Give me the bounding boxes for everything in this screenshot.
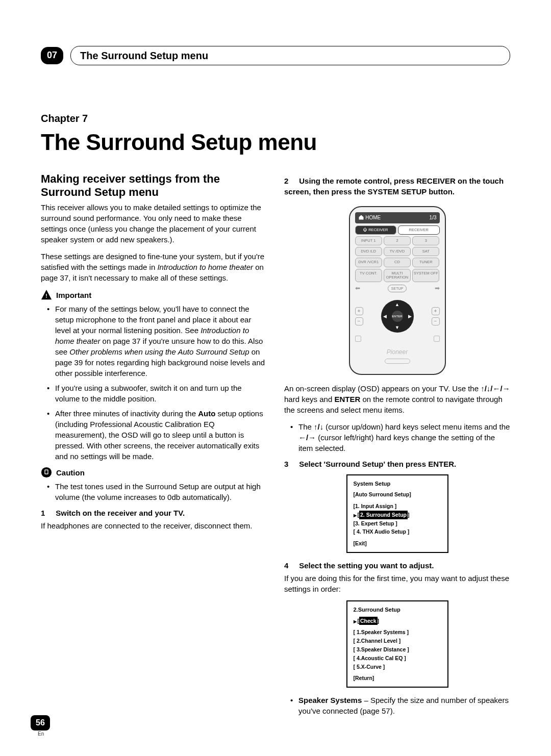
osd-line: [ 4.Acoustic Cal EQ ] <box>354 654 441 663</box>
svg-rect-4 <box>45 470 48 473</box>
multi-button: MULTI OPERATION <box>384 269 411 283</box>
prev-arrow-icon: ⬅ <box>355 284 360 293</box>
list-item: Speaker Systems – Specify the size and n… <box>293 695 510 716</box>
caution-icon <box>41 467 52 478</box>
sysoff-button: SYSTEM OFF <box>412 269 439 283</box>
page-lang: En <box>38 730 44 738</box>
down-arrow-icon: ▼ <box>395 324 399 331</box>
osd-line: [ 5.X-Curve ] <box>354 663 441 671</box>
dvd-button: DVD /LD <box>355 247 382 256</box>
step-text: Select 'Surround Setup' then press ENTER… <box>299 460 456 468</box>
text: After three minutes of inactivity during… <box>55 409 198 418</box>
next-arrow-icon: ➡ <box>435 284 440 293</box>
important-callout: ! Important <box>41 289 267 300</box>
right-column: 2 Using the remote control, press RECEIV… <box>284 172 510 722</box>
caution-callout: Caution <box>41 467 267 478</box>
osd-line: [Exit] <box>354 539 441 548</box>
step-number: 1 <box>41 509 45 517</box>
osd-line: [ 3.Speaker Distance ] <box>354 645 441 654</box>
input1-button: INPUT 1 <box>355 236 382 245</box>
vol-left: + − <box>355 307 363 325</box>
page-header: 07 The Surround Setup menu <box>41 46 510 65</box>
osd-line: [ 4. THX Audio Setup ] <box>354 527 441 536</box>
tvcont-button: TV CONT. <box>355 269 382 283</box>
cd-button: CD <box>384 258 411 267</box>
step-3: 3 Select 'Surround Setup' then press ENT… <box>284 459 510 469</box>
step-text: Switch on the receiver and your TV. <box>56 509 185 517</box>
important-icon: ! <box>41 289 52 300</box>
brand-label: Pioneer <box>355 348 440 357</box>
step-1: 1 Switch on the receiver and your TV. <box>41 508 267 518</box>
minus-icon: − <box>432 317 440 325</box>
section-heading: Making receiver settings from the Surrou… <box>41 172 267 199</box>
paragraph: An on-screen display (OSD) appears on yo… <box>284 383 510 415</box>
bold-text: Speaker Systems <box>298 696 362 704</box>
bold-text: ENTER <box>334 395 360 404</box>
page-indicator: 1/3 <box>430 214 437 221</box>
step-number: 4 <box>284 561 288 570</box>
text: hard keys and <box>284 395 334 404</box>
step-number: 2 <box>284 177 288 185</box>
header-title: The Surround Setup menu <box>70 46 510 65</box>
list-item: If you're using a subwoofer, switch it o… <box>50 383 267 404</box>
text: (cursor up/down) hard keys select menu i… <box>323 422 510 431</box>
text: (cursor left/right) hard keys change the… <box>298 433 495 452</box>
osd-line: [3. Expert Setup ] <box>354 519 441 528</box>
text: The <box>298 422 314 431</box>
arrow-glyphs: ↑/↓ <box>314 422 323 431</box>
receiver-button: ⏻ RECEIVER <box>355 225 397 235</box>
step-4: 4 Select the setting you want to adjust. <box>284 560 510 571</box>
italic-text: Other problems when using the Auto Surro… <box>69 347 249 356</box>
list-item: For many of the settings below, you'll h… <box>50 304 267 379</box>
plus-icon: + <box>355 307 363 315</box>
minus-icon: − <box>355 317 363 325</box>
osd-line-selected: [2. Surround Setup] <box>354 511 441 519</box>
list-item: The test tones used in the Surround Setu… <box>50 481 267 502</box>
osd-line: [ 2.Channel Level ] <box>354 637 441 645</box>
paragraph: These settings are designed to fine-tune… <box>41 251 267 283</box>
tuner-button: TUNER <box>412 258 439 267</box>
left-column: Making receiver settings from the Surrou… <box>41 172 267 722</box>
small-button <box>434 336 440 342</box>
bold-text: Auto <box>198 409 215 418</box>
osd-system-setup: System Setup [Auto Surround Setup] [1. I… <box>346 474 448 553</box>
svg-text:!: ! <box>45 293 47 299</box>
receiver-pill <box>385 359 410 364</box>
tail-bullet-list: Speaker Systems – Specify the size and n… <box>284 695 510 716</box>
receiver-off-button: RECEIVER <box>398 225 440 235</box>
home-icon <box>358 215 364 220</box>
right-arrow-icon: ▶ <box>408 313 412 320</box>
arrow-glyphs: ↑/↓/←/→ <box>481 384 510 393</box>
osd-line: [1. Input Assign ] <box>354 502 441 511</box>
important-label: Important <box>56 290 91 300</box>
paragraph: If you are doing this for the first time… <box>284 573 510 594</box>
left-arrow-icon: ◀ <box>383 313 387 320</box>
sat-button: SAT <box>412 247 439 256</box>
step-2: 2 Using the remote control, press RECEIV… <box>284 175 510 197</box>
osd-title: System Setup <box>354 480 441 489</box>
step-number: 3 <box>284 460 288 468</box>
plus-icon: + <box>432 307 440 315</box>
caution-list: The test tones used in the Surround Setu… <box>41 481 267 502</box>
small-button <box>355 336 361 342</box>
vol-right: + − <box>432 307 440 325</box>
paragraph: If headphones are connected to the recei… <box>41 520 267 531</box>
osd-line: [Return] <box>354 674 441 683</box>
osd-title: 2.Surround Setup <box>354 606 441 615</box>
step-text: Select the setting you want to adjust. <box>299 561 434 570</box>
num3-button: 3 <box>412 236 439 245</box>
step-text: Using the remote control, press RECEIVER… <box>284 177 504 196</box>
home-label: HOME <box>358 214 381 221</box>
remote-illustration: HOME 1/3 ⏻ RECEIVER RECEIVER INPUT 1 2 3… <box>349 206 446 375</box>
text: An on-screen display (OSD) appears on yo… <box>284 384 481 393</box>
caution-label: Caution <box>56 467 85 478</box>
chapter-number-badge: 07 <box>41 47 63 64</box>
osd-line-selected: [Check] <box>354 617 441 625</box>
important-list: For many of the settings below, you'll h… <box>41 304 267 462</box>
list-item: After three minutes of inactivity during… <box>50 408 267 462</box>
list-item: The ↑/↓ (cursor up/down) hard keys selec… <box>293 421 510 453</box>
paragraph: This receiver allows you to make detaile… <box>41 202 267 245</box>
italic-text: Introduction to home theater <box>157 263 253 271</box>
setup-button: SETUP <box>388 285 407 293</box>
num2-button: 2 <box>384 236 411 245</box>
